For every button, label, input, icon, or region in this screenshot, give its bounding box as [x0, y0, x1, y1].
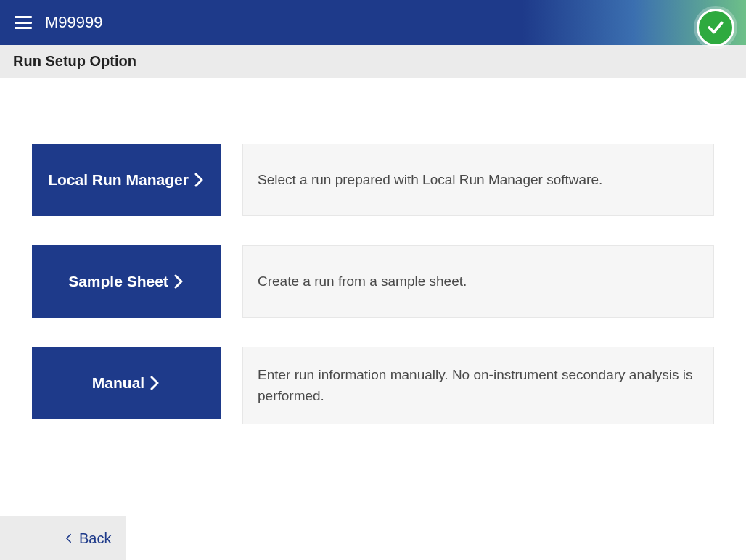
- option-row: Local Run Manager Select a run prepared …: [32, 144, 714, 216]
- chevron-right-icon: [149, 376, 160, 390]
- footer-container: Back: [0, 516, 746, 560]
- chevron-left-icon: [65, 533, 72, 543]
- check-icon: [706, 18, 725, 37]
- footer: Back: [0, 516, 126, 560]
- back-label: Back: [79, 530, 111, 547]
- manual-button[interactable]: Manual: [32, 347, 221, 419]
- device-id: M99999: [45, 13, 103, 32]
- top-bar: M99999: [0, 0, 746, 45]
- chevron-right-icon: [173, 274, 184, 289]
- option-row: Manual Enter run information manually. N…: [32, 347, 714, 424]
- status-badge[interactable]: [697, 9, 734, 46]
- menu-icon[interactable]: [15, 16, 32, 29]
- sub-header: Run Setup Option: [0, 45, 746, 78]
- option-description: Create a run from a sample sheet.: [242, 245, 714, 318]
- option-description: Select a run prepared with Local Run Man…: [242, 144, 714, 216]
- page-title: Run Setup Option: [13, 53, 136, 70]
- back-button[interactable]: Back: [65, 530, 111, 547]
- option-label: Manual: [92, 374, 144, 392]
- chevron-right-icon: [193, 173, 205, 187]
- option-label: Local Run Manager: [48, 171, 189, 189]
- content-area: Local Run Manager Select a run prepared …: [0, 78, 746, 516]
- sample-sheet-button[interactable]: Sample Sheet: [32, 245, 221, 318]
- local-run-manager-button[interactable]: Local Run Manager: [32, 144, 221, 216]
- option-label: Sample Sheet: [68, 273, 168, 290]
- option-row: Sample Sheet Create a run from a sample …: [32, 245, 714, 318]
- option-description: Enter run information manually. No on-in…: [242, 347, 714, 424]
